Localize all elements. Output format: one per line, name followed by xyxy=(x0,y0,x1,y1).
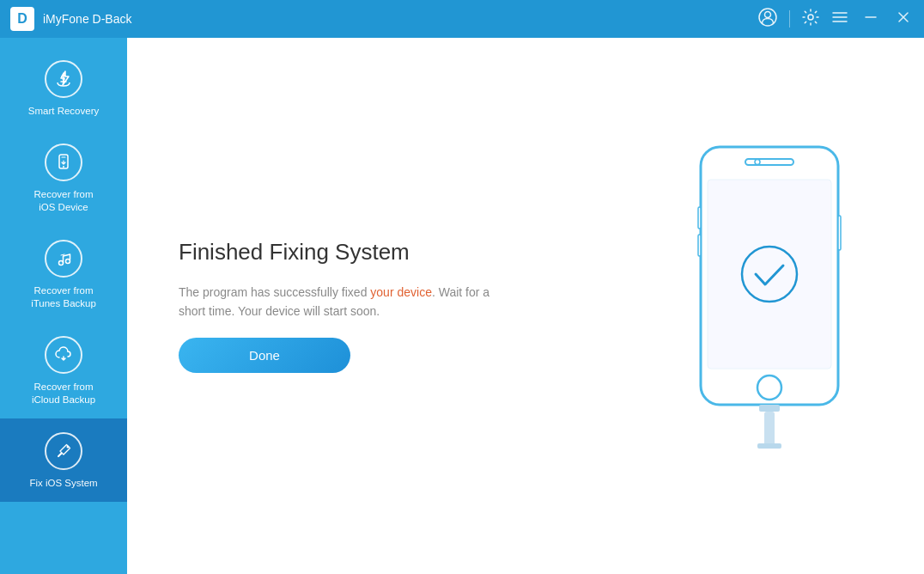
content-area: Finished Fixing System The program has s… xyxy=(127,38,924,574)
content-left: Finished Fixing System The program has s… xyxy=(179,239,539,374)
sidebar-item-recover-icloud[interactable]: Recover fromiCloud Backup xyxy=(0,322,127,418)
svg-rect-24 xyxy=(698,207,701,229)
separator xyxy=(789,10,790,27)
app-name: iMyFone D-Back xyxy=(43,12,758,26)
smart-recovery-icon xyxy=(45,60,82,98)
recover-icloud-icon xyxy=(45,336,82,374)
recover-itunes-icon xyxy=(45,240,82,278)
fix-ios-icon xyxy=(45,432,82,470)
menu-icon[interactable] xyxy=(831,9,848,30)
main-layout: Smart Recovery Recover fromiOS Device xyxy=(0,38,924,574)
svg-rect-21 xyxy=(759,405,780,412)
svg-point-2 xyxy=(808,15,813,20)
svg-rect-23 xyxy=(757,443,781,449)
sidebar-item-recover-itunes[interactable]: Recover fromiTunes Backup xyxy=(0,226,127,322)
close-button[interactable] xyxy=(893,9,914,29)
phone-svg xyxy=(684,138,855,473)
sidebar: Smart Recovery Recover fromiOS Device xyxy=(0,38,127,574)
sidebar-item-fix-ios[interactable]: Fix iOS System xyxy=(0,418,127,502)
sidebar-item-recover-ios[interactable]: Recover fromiOS Device xyxy=(0,130,127,226)
phone-illustration xyxy=(684,138,855,473)
svg-point-11 xyxy=(63,166,64,168)
svg-point-13 xyxy=(66,259,70,263)
sidebar-label-recover-ios: Recover fromiOS Device xyxy=(33,188,93,214)
profile-icon[interactable] xyxy=(758,8,777,31)
sidebar-label-recover-icloud: Recover fromiCloud Backup xyxy=(32,381,95,406)
desc-part1: The program has successfully fixed xyxy=(179,285,370,299)
sidebar-label-recover-itunes: Recover fromiTunes Backup xyxy=(31,284,96,310)
svg-rect-22 xyxy=(764,412,775,446)
svg-point-14 xyxy=(67,445,70,448)
svg-point-1 xyxy=(765,11,771,17)
app-logo: D xyxy=(10,7,34,31)
recover-ios-icon xyxy=(45,144,82,181)
sidebar-label-fix-ios: Fix iOS System xyxy=(29,477,97,490)
svg-rect-26 xyxy=(838,216,841,250)
settings-icon[interactable] xyxy=(802,9,819,30)
done-button[interactable]: Done xyxy=(179,338,350,373)
content-title: Finished Fixing System xyxy=(179,239,539,266)
sidebar-label-smart-recovery: Smart Recovery xyxy=(28,105,99,118)
svg-rect-18 xyxy=(708,180,831,369)
svg-point-19 xyxy=(757,376,781,400)
minimize-button[interactable] xyxy=(860,9,881,29)
title-bar: D iMyFone D-Back xyxy=(0,0,924,38)
content-description: The program has successfully fixed your … xyxy=(179,283,505,321)
svg-rect-25 xyxy=(698,235,701,256)
sidebar-item-smart-recovery[interactable]: Smart Recovery xyxy=(0,46,127,130)
desc-highlight: your device xyxy=(370,285,432,299)
title-bar-controls xyxy=(758,8,914,31)
